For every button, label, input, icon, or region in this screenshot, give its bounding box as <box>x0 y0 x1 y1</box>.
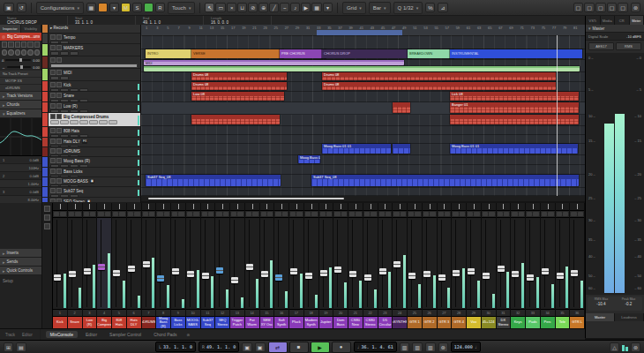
pan-control[interactable] <box>68 203 82 211</box>
marker-part-pre-chorus[interactable]: PRE CHORUS <box>280 49 326 58</box>
tool-icon-1[interactable]: ▭ <box>215 3 226 12</box>
quantize-apply-icon[interactable]: % <box>425 3 435 12</box>
mixer-channel-cs80-stereo[interactable]: 22CS80 Stereo <box>363 203 378 328</box>
mute-button[interactable] <box>231 212 236 216</box>
pan-control[interactable] <box>127 203 141 211</box>
tool-icon-2[interactable]: × <box>227 3 236 12</box>
mixer-channel-tele[interactable]: 35Tele <box>556 203 571 328</box>
volume-slider[interactable]: ∆ 0.00 <box>0 56 41 64</box>
window-zone-button-4[interactable]: ▢ <box>618 3 628 12</box>
auto-dropdown[interactable]: ▾ <box>109 3 119 12</box>
track-button[interactable] <box>70 145 79 146</box>
pan-control[interactable] <box>112 203 126 211</box>
mixer-channel-pluck[interactable]: 17Pluck <box>289 203 304 328</box>
knob-icon[interactable] <box>15 49 20 56</box>
stop-button[interactable]: ■ <box>289 342 309 353</box>
solo-button[interactable] <box>56 128 62 133</box>
window-zone-button-3[interactable]: ▢ <box>607 3 618 12</box>
audio-part-sub37-seq-08[interactable]: Sub37 Seq_08 <box>311 175 579 186</box>
mixer-channel-pads[interactable]: 33Pads <box>526 203 541 328</box>
fader-cap[interactable] <box>379 268 386 274</box>
mute-button[interactable] <box>349 212 355 216</box>
track-row-kick[interactable]: Kick <box>42 81 140 92</box>
mixer-channel-vox[interactable]: 29Vox <box>467 203 482 328</box>
mute-button[interactable] <box>50 178 56 184</box>
knob-icon[interactable] <box>27 49 33 56</box>
solo-button[interactable] <box>430 212 435 216</box>
mute-button[interactable] <box>334 212 340 216</box>
mute-button[interactable] <box>50 103 56 109</box>
track-row-low-r-[interactable]: Low (R) <box>42 102 140 113</box>
track-button[interactable] <box>99 120 108 124</box>
solo-button[interactable] <box>8 41 13 48</box>
track-button[interactable] <box>79 109 88 112</box>
channel-name[interactable]: Pads <box>526 317 540 328</box>
marker-2-button[interactable]: ▥ <box>412 342 423 352</box>
right-locator-field[interactable]: R 49. 1. 1. 0 <box>198 342 239 352</box>
mixer-channel-kick[interactable]: 1Kick <box>53 203 68 328</box>
audio-part-drums-08[interactable]: Drums 08 <box>191 72 287 80</box>
mute-button[interactable] <box>483 212 488 216</box>
track-row-moog-bass[interactable]: MOOG-BASS▣ <box>42 177 140 187</box>
track-button[interactable] <box>70 194 79 197</box>
project-activate-icon[interactable]: ▣ <box>4 3 14 12</box>
channel-name[interactable]: SEQ Stereo <box>215 317 229 328</box>
inspector-section-track-versions[interactable]: ▸Track Versions <box>0 92 41 101</box>
track-button[interactable] <box>60 145 69 146</box>
pan-control[interactable] <box>83 203 97 211</box>
metronome-button[interactable]: △ <box>610 342 619 352</box>
fader-lane[interactable] <box>156 218 170 310</box>
eq-row-5[interactable]: 8.0kHz <box>0 196 41 203</box>
routing-row-2[interactable]: xDRUMS <box>0 85 41 92</box>
pan-control[interactable] <box>260 203 274 211</box>
fader-cap[interactable] <box>84 268 91 274</box>
solo-button[interactable] <box>56 188 62 193</box>
mute-button[interactable] <box>305 212 311 216</box>
left-zone-tab-editor[interactable]: Editor <box>20 333 34 337</box>
pan-control[interactable] <box>156 203 170 211</box>
mixer-channel-dx-stereo[interactable]: 31DX Stereo <box>497 203 512 328</box>
track-row-unnamed[interactable] <box>42 56 140 69</box>
track-button[interactable] <box>50 194 59 197</box>
track-button[interactable] <box>70 99 79 101</box>
mute-button[interactable] <box>320 212 326 216</box>
pan-control[interactable] <box>215 203 229 211</box>
lower-zone-tab-editor[interactable]: Editor <box>81 331 101 338</box>
window-zone-button-2[interactable]: ▢ <box>595 3 606 12</box>
fader-lane[interactable] <box>97 218 111 310</box>
pan-control[interactable] <box>438 203 452 211</box>
mute-all-button[interactable]: M <box>121 3 131 12</box>
mixer-channel-seq-stereo[interactable]: 12SEQ Stereo <box>215 203 230 328</box>
mute-button[interactable] <box>202 212 207 216</box>
edit-button[interactable] <box>27 41 33 48</box>
lower-zone-gear-icon[interactable]: ⊛ <box>185 333 192 337</box>
track-button[interactable] <box>60 184 69 186</box>
left-zone-tab-track[interactable]: Track <box>4 333 17 337</box>
pan-control[interactable] <box>467 203 481 211</box>
meter-mode-rms[interactable]: RMS <box>616 42 641 50</box>
eq-row-1[interactable]: 100Hz <box>0 164 41 172</box>
solo-button[interactable] <box>75 212 80 216</box>
marker-part-verse[interactable]: VERSE <box>191 49 283 58</box>
tool-icon-7[interactable]: ~ <box>280 3 289 12</box>
channel-name[interactable]: Pluck <box>289 317 303 328</box>
mixer-channel-dom-bass[interactable]: 20Dom Bass <box>333 203 348 328</box>
track-button[interactable] <box>70 154 79 156</box>
solo-button[interactable] <box>193 212 198 216</box>
solo-button[interactable] <box>563 212 568 216</box>
track-button[interactable] <box>60 51 69 56</box>
marker-part-chorus-drop[interactable]: CHORUS DROP <box>322 49 411 58</box>
solo-button[interactable] <box>56 148 62 154</box>
mute-button[interactable] <box>216 212 221 216</box>
pan-control[interactable] <box>511 203 525 211</box>
fader-lane[interactable] <box>511 218 525 310</box>
eq-row-4[interactable]: 30.0dB <box>0 188 41 196</box>
mute-button[interactable] <box>50 158 56 163</box>
track-button[interactable] <box>50 99 59 101</box>
position-field[interactable]: ♩ 36. 1. 4. 61 <box>354 342 397 352</box>
solo-button[interactable] <box>460 212 465 216</box>
routing-row-0[interactable]: No Track Preset <box>0 71 41 78</box>
channel-name[interactable]: GTR 1 <box>408 317 422 328</box>
channel-name[interactable]: Bass Licks <box>171 317 185 328</box>
channel-name[interactable]: Keys <box>511 317 525 328</box>
